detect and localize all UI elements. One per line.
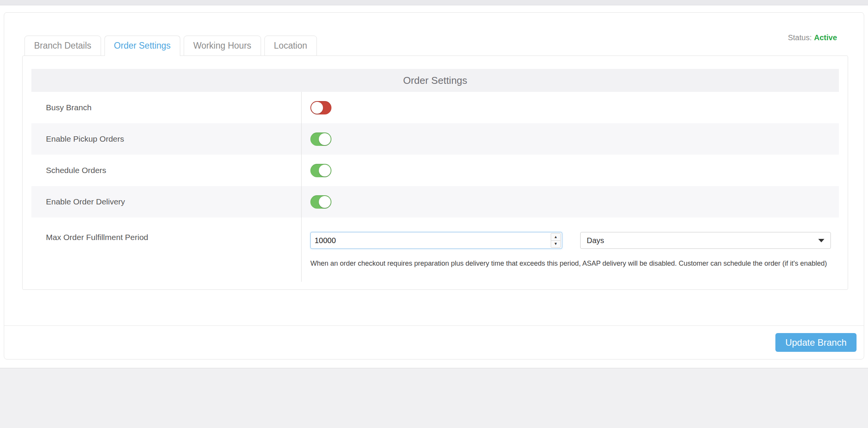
setting-row-enable-delivery: Enable Order Delivery — [31, 186, 839, 217]
setting-row-enable-pickup: Enable Pickup Orders — [31, 123, 839, 155]
page-footer-background — [0, 368, 868, 428]
status-label: Status: — [788, 33, 812, 42]
spinner-down-button[interactable]: ▼ — [551, 241, 560, 248]
spinner-up-button[interactable]: ▲ — [551, 234, 560, 241]
schedule-orders-control — [301, 155, 839, 186]
busy-branch-toggle[interactable] — [310, 101, 331, 114]
enable-pickup-label: Enable Pickup Orders — [31, 123, 301, 155]
unit-select-value: Days — [587, 236, 604, 245]
toggle-knob — [319, 196, 331, 208]
enable-delivery-label: Enable Order Delivery — [31, 186, 301, 217]
max-fulfillment-label: Max Order Fulfillment Period — [31, 217, 301, 282]
update-branch-button[interactable]: Update Branch — [775, 333, 857, 352]
screen: Status:Active Branch Details Order Setti… — [0, 0, 868, 428]
order-settings-panel: Order Settings Busy Branch Enable Pickup… — [22, 56, 848, 290]
number-spinner: ▲ ▼ — [551, 233, 561, 248]
tab-branch-details[interactable]: Branch Details — [24, 36, 101, 56]
chevron-down-icon — [818, 239, 824, 242]
status-value: Active — [814, 33, 837, 42]
card-divider — [4, 325, 864, 326]
status-badge: Status:Active — [788, 33, 837, 42]
max-period-field: ▲ ▼ — [310, 232, 562, 249]
tab-working-hours[interactable]: Working Hours — [184, 36, 261, 56]
setting-row-busy-branch: Busy Branch — [31, 92, 839, 123]
busy-branch-control — [301, 92, 839, 123]
tab-bar: Branch Details Order Settings Working Ho… — [24, 36, 320, 56]
enable-pickup-control — [301, 123, 839, 155]
max-fulfillment-control: ▲ ▼ Days When an order checkout requires… — [301, 217, 839, 282]
setting-row-schedule-orders: Schedule Orders — [31, 155, 839, 186]
tab-order-settings[interactable]: Order Settings — [104, 36, 180, 56]
max-fulfillment-help-text: When an order checkout requires preparat… — [310, 260, 839, 268]
unit-select[interactable]: Days — [580, 232, 831, 249]
panel-title: Order Settings — [31, 69, 839, 92]
enable-delivery-control — [301, 186, 839, 217]
enable-delivery-toggle[interactable] — [310, 195, 331, 209]
setting-row-max-fulfillment: Max Order Fulfillment Period ▲ ▼ Days — [31, 217, 839, 282]
branch-settings-card: Status:Active Branch Details Order Setti… — [4, 12, 864, 359]
schedule-orders-label: Schedule Orders — [31, 155, 301, 186]
busy-branch-label: Busy Branch — [31, 92, 301, 123]
tab-location[interactable]: Location — [264, 36, 317, 56]
toggle-knob — [319, 165, 331, 176]
enable-pickup-toggle[interactable] — [310, 132, 331, 146]
max-period-input[interactable] — [311, 232, 551, 248]
max-fulfillment-inputs: ▲ ▼ Days — [310, 232, 839, 249]
toggle-knob — [319, 133, 331, 145]
schedule-orders-toggle[interactable] — [310, 164, 331, 177]
toggle-knob — [311, 102, 323, 114]
top-bar — [0, 0, 868, 5]
